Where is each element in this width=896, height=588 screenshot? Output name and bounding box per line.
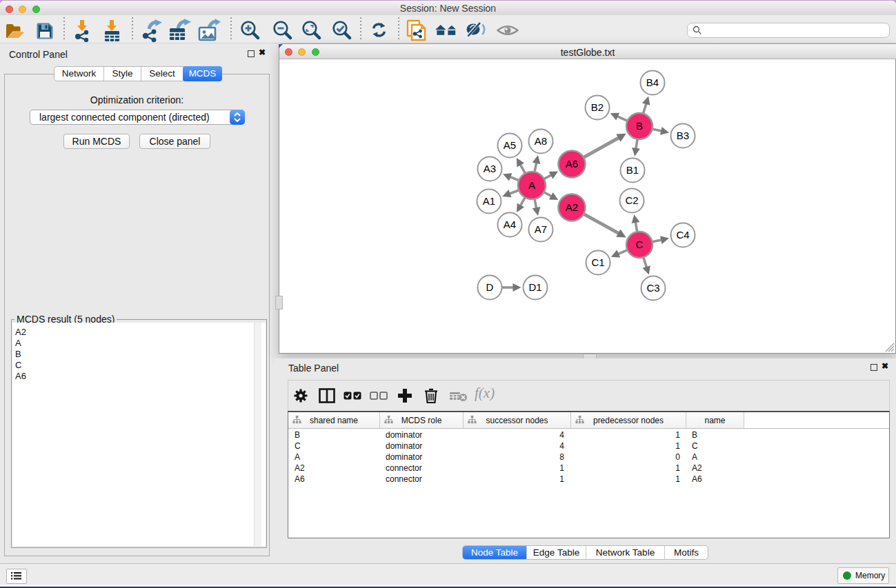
svg-text:B4: B4: [646, 77, 659, 88]
svg-text:D: D: [486, 281, 494, 293]
svg-text:D1: D1: [528, 281, 541, 293]
svg-text:A4: A4: [504, 219, 516, 230]
svg-text:B3: B3: [677, 130, 689, 141]
svg-text:C2: C2: [625, 194, 638, 206]
svg-text:B: B: [636, 120, 643, 132]
svg-text:A5: A5: [504, 139, 516, 151]
svg-text:B2: B2: [591, 101, 604, 113]
svg-text:A6: A6: [566, 158, 578, 170]
svg-text:C3: C3: [646, 282, 659, 294]
svg-text:C1: C1: [591, 256, 604, 268]
svg-text:C4: C4: [676, 229, 689, 241]
svg-text:A: A: [528, 179, 535, 191]
svg-text:A1: A1: [483, 195, 495, 207]
svg-text:A3: A3: [484, 163, 496, 174]
svg-text:C: C: [636, 239, 644, 250]
svg-text:A7: A7: [535, 223, 547, 235]
svg-text:A8: A8: [535, 135, 547, 147]
svg-text:B1: B1: [626, 164, 639, 176]
svg-text:A2: A2: [566, 201, 578, 213]
